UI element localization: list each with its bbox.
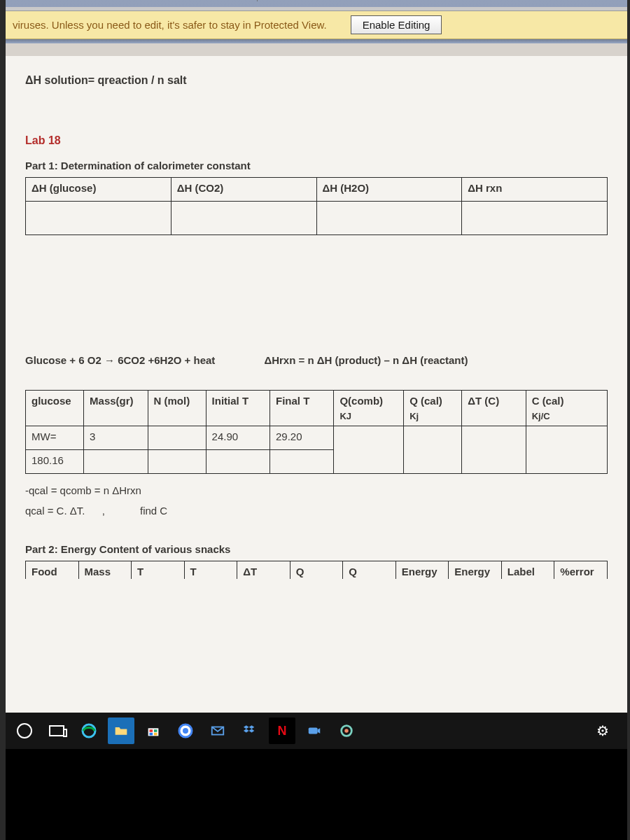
t2-r1c2	[148, 426, 206, 450]
t3-h8: Energy	[449, 561, 502, 580]
t2-h6-label: Q (cal)	[410, 395, 442, 407]
table1-r1c4	[462, 202, 608, 235]
app-button[interactable]	[333, 718, 360, 744]
table1-h2: ΔH (CO2)	[171, 178, 316, 202]
t3-h2: T	[132, 561, 185, 580]
camera-button[interactable]	[301, 718, 328, 744]
folder-icon	[114, 724, 128, 738]
t3-h4: ΔT	[237, 561, 290, 580]
edge-icon	[80, 722, 97, 739]
t2-h3: Initial T	[206, 391, 270, 426]
t3-h0: Food	[26, 561, 79, 580]
table1-r1c1	[26, 202, 172, 235]
netflix-button[interactable]: N	[269, 718, 295, 744]
t2-h5-label: Q(comb)	[340, 395, 383, 407]
t2-h2: N (mol)	[148, 391, 206, 426]
t2-r1c8	[526, 426, 607, 474]
t2-r2c0: 180.16	[26, 450, 84, 474]
table3: Food Mass T T ΔT Q Q Energy Energy Label…	[25, 561, 608, 579]
dropbox-icon	[242, 723, 258, 738]
t2-h8: C (cal) Kj/C	[526, 391, 607, 426]
svg-rect-4	[150, 733, 153, 736]
post-eq2-c: find C	[140, 501, 167, 522]
post-eq-1: -qcal = qcomb = n ΔHrxn	[25, 481, 608, 501]
t3-h6: Q	[343, 561, 396, 580]
table1-h4: ΔH rxn	[462, 178, 608, 202]
t2-r1c7	[462, 426, 526, 474]
formula-text: ΔH solution= qreaction / n salt	[25, 74, 608, 87]
t2-h5: Q(comb) KJ	[334, 391, 404, 426]
document-viewport[interactable]: ΔH solution= qreaction / n salt Lab 18 P…	[6, 43, 627, 713]
t2-r2c1	[84, 450, 148, 474]
svg-rect-3	[154, 729, 158, 732]
ribbon-tab-help[interactable]: Help	[247, 0, 260, 1]
table1-r1c3	[316, 202, 462, 235]
mail-icon	[210, 723, 225, 738]
post-equations: -qcal = qcomb = n ΔHrxn qcal = C. ΔT. , …	[25, 481, 608, 521]
part2-title: Part 2: Energy Content of various snacks	[25, 543, 608, 555]
netflix-icon: N	[278, 724, 287, 738]
mail-button[interactable]	[204, 718, 231, 744]
t2-r2c4	[270, 450, 334, 474]
t3-h5: Q	[290, 561, 343, 580]
svg-rect-5	[154, 733, 158, 736]
post-eq-2: qcal = C. ΔT. , find C	[25, 501, 608, 522]
edge-button[interactable]	[76, 718, 102, 744]
table1-h3: ΔH (H2O)	[316, 178, 462, 202]
t2-h1: Mass(gr)	[84, 391, 148, 426]
post-eq2-a: qcal = C. ΔT.	[25, 505, 85, 517]
document-page: ΔH solution= qreaction / n salt Lab 18 P…	[6, 43, 627, 713]
chrome-button[interactable]	[172, 718, 199, 744]
file-explorer-button[interactable]	[108, 718, 134, 744]
task-view-button[interactable]	[43, 718, 70, 744]
lens-icon	[339, 723, 354, 738]
t2-h5-unit: KJ	[340, 411, 398, 421]
equation-left: Glucose + 6 O2 → 6CO2 +6H2O + heat	[25, 354, 215, 366]
svg-point-12	[344, 729, 349, 733]
t2-h6: Q (cal) Kj	[404, 391, 462, 426]
store-button[interactable]	[140, 718, 167, 744]
settings-icon[interactable]: ⚙	[596, 722, 609, 739]
protected-view-message: viruses. Unless you need to edit, it's s…	[13, 19, 327, 31]
equation-row: Glucose + 6 O2 → 6CO2 +6H2O + heat ΔHrxn…	[25, 354, 608, 366]
table1-r1c2	[171, 202, 316, 235]
bottom-black	[6, 749, 627, 840]
lab-title: Lab 18	[25, 134, 608, 147]
t3-h10: %error	[554, 561, 608, 580]
svg-point-8	[183, 728, 188, 734]
table1-h1: ΔH (glucose)	[26, 178, 172, 202]
t2-r1c1: 3	[84, 426, 148, 450]
windows-icon	[17, 723, 32, 738]
svg-rect-2	[150, 729, 153, 732]
table2: glucose Mass(gr) N (mol) Initial T Final…	[25, 390, 608, 474]
ribbon-area: Help	[6, 0, 627, 7]
system-tray: ⚙	[596, 722, 622, 739]
t3-h1: Mass	[78, 561, 132, 580]
chrome-icon	[177, 722, 194, 739]
enable-editing-button[interactable]: Enable Editing	[351, 15, 442, 34]
t2-r1c5	[334, 426, 404, 474]
t2-h6-unit: Kj	[410, 411, 456, 421]
t2-r1c3: 24.90	[206, 426, 270, 450]
taskview-icon	[49, 725, 64, 736]
store-icon	[146, 723, 161, 738]
t2-r1c4: 29.20	[270, 426, 334, 450]
camera-icon	[307, 723, 322, 738]
protected-view-bar: viruses. Unless you need to edit, it's s…	[6, 11, 627, 39]
t2-r2c3	[206, 450, 270, 474]
post-eq2-b: ,	[102, 505, 105, 517]
dropbox-button[interactable]	[237, 718, 263, 744]
start-button[interactable]	[11, 718, 38, 744]
part1-title: Part 1: Determination of calorimeter con…	[25, 160, 608, 172]
t2-r1c6	[404, 426, 462, 474]
t2-h8-label: C (cal)	[532, 395, 564, 407]
t2-r1c0: MW=	[26, 426, 84, 450]
t3-h3: T	[184, 561, 237, 580]
t2-h4: Final T	[270, 391, 334, 426]
svg-rect-10	[309, 727, 318, 734]
taskbar: N ⚙	[6, 713, 627, 749]
t3-h7: Energy	[396, 561, 449, 580]
t2-h7: ΔT (C)	[462, 391, 526, 426]
svg-point-0	[83, 724, 95, 737]
equation-right: ΔHrxn = n ΔH (product) – n ΔH (reactant)	[264, 354, 608, 366]
